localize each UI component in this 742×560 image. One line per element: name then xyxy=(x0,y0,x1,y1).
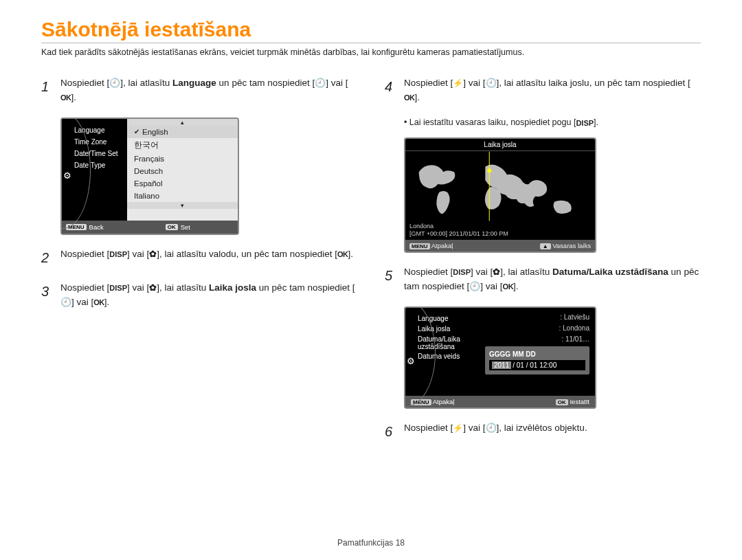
timer-icon xyxy=(315,78,326,88)
step-4: 4 Nospiediet [] vai [], lai atlasītu lai… xyxy=(385,76,701,105)
text: ] vai [ xyxy=(480,281,502,291)
right-column: 4 Nospiediet [] vai [], lai atlasītu lai… xyxy=(385,76,701,455)
timer-icon xyxy=(109,78,120,88)
step-number: 2 xyxy=(41,247,54,269)
text: ]. xyxy=(415,92,420,102)
text: Nospiediet [ xyxy=(60,249,109,259)
step-body: Nospiediet [] vai [], lai atlasītu laika… xyxy=(404,76,701,105)
bold-text: Laika josla xyxy=(209,282,256,293)
text: ] vai [ xyxy=(71,297,93,307)
text: ], lai atlasītu valodu, un pēc tam nospi… xyxy=(157,249,337,259)
value: Londona xyxy=(563,324,589,332)
step-6: 6 Nospiediet [] vai [], lai izvēlētos ob… xyxy=(385,421,701,443)
screen-footer: MENUBack OKSet xyxy=(62,221,238,234)
page-title: Sākotnējā iestatīšana xyxy=(41,18,701,43)
gear-icon: ⚙ xyxy=(63,168,73,178)
date-rest: / 01 / 01 12:00 xyxy=(513,361,556,369)
dst-label: Vasaras laiks xyxy=(552,242,591,249)
timer-icon xyxy=(486,423,497,433)
text: Nospiediet [ xyxy=(404,267,453,277)
text: un pēc tam nospiediet [ xyxy=(216,78,315,88)
text: ]. xyxy=(348,249,353,259)
language-screen: ⚙ Language Time Zone Date/Time Set Date … xyxy=(60,117,239,235)
year-value: 2011 xyxy=(492,361,511,369)
macro-icon xyxy=(149,249,157,259)
screen-title: Laika josla xyxy=(405,139,595,151)
list-item: Español xyxy=(127,177,238,190)
left-column: 1 Nospiediet [], lai atlasītu Language u… xyxy=(41,76,357,455)
step-number: 6 xyxy=(385,421,397,443)
text: ], lai atlasītu xyxy=(120,78,172,88)
ok-icon: OK xyxy=(337,249,348,259)
ok-icon: OK xyxy=(60,93,71,102)
text: Nospiediet [ xyxy=(404,423,453,433)
text: ] vai [ xyxy=(127,249,149,259)
step-body: Nospiediet [] vai [], lai izvēlētos obje… xyxy=(404,421,701,443)
timer-icon xyxy=(486,78,497,88)
values-panel: : Latviešu : Londona : 11/01… GGGG MM DD… xyxy=(482,308,595,396)
text: Nospiediet [ xyxy=(60,282,109,293)
flash-icon xyxy=(453,423,463,433)
text: Lai iestatītu vasaras laiku, nospiediet … xyxy=(409,117,576,127)
back-label: Back xyxy=(89,223,104,231)
bold-text: Language xyxy=(172,78,216,88)
text: ] vai [ xyxy=(463,78,485,88)
step-body: Nospiediet [DISP] vai [], lai atlasītu v… xyxy=(60,247,357,269)
disp-icon: DISP xyxy=(453,267,471,277)
menu-left: ⚙ Language Laika josla Datuma/Laika uzst… xyxy=(405,308,482,396)
svg-point-2 xyxy=(487,168,491,172)
text: ]. xyxy=(104,297,110,307)
list-item: Italiano xyxy=(127,190,238,202)
up-icon: ▲ xyxy=(540,243,551,249)
gear-icon: ⚙ xyxy=(407,355,415,368)
text: ]. xyxy=(71,92,77,102)
step-1: 1 Nospiediet [], lai atlasītu Language u… xyxy=(41,76,357,105)
text: ], lai atlasītu xyxy=(500,267,552,277)
scroll-down-icon: ▾ xyxy=(127,202,238,209)
content-columns: 1 Nospiediet [], lai atlasītu Language u… xyxy=(41,76,701,455)
timer-icon xyxy=(60,298,71,307)
back-label: Atpakaļ xyxy=(431,242,453,249)
note: Lai iestatītu vasaras laiku, nospiediet … xyxy=(404,117,701,128)
set-label: Iestatīt xyxy=(570,398,589,405)
text: Nospiediet [ xyxy=(60,78,109,88)
screen-footer: MENU Atpakaļ OK Iestatīt xyxy=(405,396,595,407)
text: ] vai [ xyxy=(326,78,348,88)
step-body: Nospiediet [DISP] vai [], lai atlasītu D… xyxy=(404,265,701,294)
text: ]. xyxy=(594,117,598,127)
step-number: 3 xyxy=(41,281,54,310)
city-label: Londona xyxy=(409,223,591,231)
step-number: 4 xyxy=(385,76,397,105)
ok-icon: OK xyxy=(93,298,104,307)
world-map xyxy=(405,151,595,221)
check-icon: ✔ xyxy=(134,128,139,135)
menu-icon: MENU xyxy=(409,243,430,249)
ok-icon: OK xyxy=(556,399,568,405)
date-editor: GGGG MM DD 2011 / 01 / 01 12:00 xyxy=(485,346,589,374)
timer-icon xyxy=(469,282,480,291)
language-list: ▴ ✔English 한국어 Français Deutsch Español … xyxy=(127,119,238,221)
text: ], lai atlasītu laika joslu, un pēc tam … xyxy=(497,78,690,88)
screen-footer: MENU Atpakaļ ▲ Vasaras laiks xyxy=(405,240,595,251)
scroll-up-icon: ▴ xyxy=(127,119,238,126)
gmt-label: [GMT +00:00] 2011/01/01 12:00 PM xyxy=(409,230,591,238)
text: ] vai [ xyxy=(127,282,149,293)
back-label: Atpakaļ xyxy=(433,398,455,405)
set-label: Set xyxy=(181,223,190,231)
text: ] vai [ xyxy=(463,423,485,433)
macro-icon xyxy=(493,267,500,277)
text: ], lai izvēlētos objektu. xyxy=(497,423,587,433)
datetime-screen: ⚙ Language Laika josla Datuma/Laika uzst… xyxy=(404,306,596,409)
text: Nospiediet [ xyxy=(404,78,453,88)
ok-icon: OK xyxy=(503,282,514,291)
timezone-info: Londona [GMT +00:00] 2011/01/01 12:00 PM xyxy=(405,221,595,240)
list-item: ✔English xyxy=(127,126,238,138)
intro-text: Kad tiek parādīts sākotnējās iestatīšana… xyxy=(41,47,701,57)
value: Latviešu xyxy=(564,313,589,321)
list-item: Deutsch xyxy=(127,165,238,177)
macro-icon xyxy=(149,283,157,293)
flash-icon xyxy=(453,78,463,88)
disp-icon: DISP xyxy=(109,249,127,259)
list-item: Français xyxy=(127,153,238,165)
page-footer: Pamatfunkcijas 18 xyxy=(0,538,742,548)
